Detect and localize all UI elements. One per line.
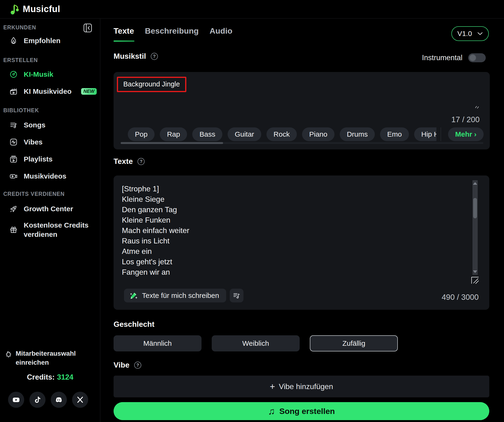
lyrics-char-counter: 490 / 3000	[442, 293, 479, 302]
lyrics-options-button[interactable]	[230, 289, 243, 302]
sidebar-item-musikvideos[interactable]: Musikvideos	[10, 172, 66, 180]
sidebar-item-vibes[interactable]: Vibes	[10, 138, 43, 146]
star-seal-icon	[4, 351, 11, 358]
musikstil-value: Background Jingle	[123, 80, 180, 88]
submit-collab-label: Mitarbeiterauswahl einreichen	[16, 349, 91, 367]
social-links	[8, 392, 88, 408]
main-content: Texte Beschreibung Audio V1.0 Musikstil …	[101, 19, 504, 422]
youtube-icon[interactable]	[8, 392, 24, 408]
genre-chip[interactable]: Drums	[340, 127, 375, 141]
song-list-icon	[10, 121, 18, 129]
tab-beschreibung[interactable]: Beschreibung	[145, 26, 199, 35]
gender-option-weiblich[interactable]: Weiblich	[212, 335, 300, 352]
sidebar-item-playlists[interactable]: Playlists	[10, 155, 53, 163]
sidebar: ERKUNDEN Empfohlen ERSTELLEN KI-Musi	[0, 19, 100, 422]
lyrics-input-panel[interactable]: [Strophe 1] Kleine Siege Den ganzen Tag …	[114, 176, 489, 310]
texte-label: Texte ?	[114, 157, 145, 166]
create-song-label: Song erstellen	[279, 407, 335, 416]
musikstil-label-text: Musikstil	[114, 52, 146, 61]
pulse-icon	[10, 138, 18, 146]
texte-label-text: Texte	[114, 157, 133, 166]
app-title: Musicful	[23, 4, 60, 14]
x-icon[interactable]	[72, 392, 88, 408]
toggle-knob	[469, 54, 476, 61]
music-notes-icon: ♫	[268, 406, 275, 416]
write-lyrics-button[interactable]: Texte für mich schreiben	[124, 289, 226, 302]
help-icon[interactable]: ?	[151, 53, 158, 60]
create-song-button[interactable]: ♫ Song erstellen	[114, 402, 489, 420]
active-tab-indicator	[114, 41, 134, 42]
rocket-icon	[10, 205, 18, 213]
genre-chip[interactable]: Guitar	[228, 127, 261, 141]
musikstil-input-panel[interactable]: Background Jingle 17 / 200 Pop Rap Bass …	[114, 72, 490, 149]
help-icon[interactable]: ?	[138, 158, 145, 165]
scroll-up-arrow-icon[interactable]	[473, 182, 477, 185]
genre-chips-scroller[interactable]: Pop Rap Bass Guitar Rock Piano Drums Emo…	[128, 127, 436, 141]
horizontal-scrollbar[interactable]	[121, 142, 483, 144]
genre-chip[interactable]: Emo	[380, 127, 409, 141]
gift-icon	[10, 226, 18, 234]
scrollbar-thumb[interactable]	[473, 198, 477, 218]
video-camera-icon	[10, 172, 18, 180]
flame-icon	[10, 37, 18, 45]
tab-texte[interactable]: Texte	[114, 26, 134, 35]
discord-icon[interactable]	[51, 392, 67, 408]
sidebar-item-label: Vibes	[24, 138, 43, 146]
sidebar-item-ki-musik[interactable]: KI-Musik	[10, 70, 53, 78]
credits-value: 3124	[57, 373, 73, 381]
instrumental-toggle[interactable]	[468, 53, 486, 62]
pencil-icon	[129, 291, 138, 300]
tab-audio[interactable]: Audio	[210, 26, 232, 35]
instrumental-control: Instrumental	[422, 53, 486, 62]
genre-chip[interactable]: Hip Hop	[414, 127, 436, 141]
scroll-down-arrow-icon[interactable]	[473, 270, 477, 273]
musicful-logo-icon	[10, 4, 19, 15]
sidebar-item-kostenlose-credits[interactable]: Kostenlose Credits verdienen	[10, 221, 95, 239]
version-value: V1.0	[457, 29, 472, 38]
vertical-scrollbar[interactable]	[473, 180, 478, 275]
help-icon[interactable]: ?	[134, 362, 141, 369]
sidebar-item-label: Kostenlose Credits verdienen	[24, 221, 95, 239]
add-vibe-button[interactable]: + Vibe hinzufügen	[114, 375, 489, 397]
more-genres-button[interactable]: Mehr ›	[448, 127, 484, 141]
sidebar-item-label: KI Musikvideo	[24, 87, 72, 95]
sidebar-item-label: Musikvideos	[24, 172, 66, 180]
playlist-icon	[10, 155, 18, 163]
section-bibliothek: BIBLIOTHEK	[3, 107, 39, 114]
genre-chip[interactable]: Piano	[302, 127, 335, 141]
sidebar-item-ki-musikvideo[interactable]: KI Musikvideo NEW	[10, 87, 97, 95]
tab-bar: Texte Beschreibung Audio	[114, 26, 232, 35]
clapperboard-icon	[10, 87, 18, 95]
vibe-label: Vibe ?	[114, 361, 141, 369]
annotation-highlight-box: Background Jingle	[117, 77, 186, 92]
sidebar-item-submit-collab[interactable]: Mitarbeiterauswahl einreichen	[4, 349, 91, 367]
genre-chip[interactable]: Rap	[160, 127, 187, 141]
lyrics-text[interactable]: [Strophe 1] Kleine Siege Den ganzen Tag …	[122, 183, 189, 277]
genre-chip[interactable]: Bass	[192, 127, 222, 141]
sidebar-collapse-button[interactable]	[84, 23, 92, 32]
instrumental-label: Instrumental	[422, 53, 462, 62]
resize-handle-icon[interactable]	[474, 105, 480, 109]
sidebar-item-empfohlen[interactable]: Empfohlen	[10, 37, 60, 45]
gender-option-zufaellig[interactable]: Zufällig	[310, 335, 398, 352]
genre-chip[interactable]: Rock	[266, 127, 297, 141]
sidebar-item-songs[interactable]: Songs	[10, 121, 46, 129]
musicful-app: Musicful ERKUNDEN Empfohlen ERSTELLEN	[0, 0, 504, 422]
tiktok-icon[interactable]	[29, 392, 46, 408]
sidebar-item-growth-center[interactable]: Growth Center	[10, 205, 73, 213]
music-list-icon	[233, 292, 240, 299]
credits-display: Credits:3124	[0, 373, 100, 381]
gender-options: Männlich Weiblich Zufällig	[114, 335, 398, 352]
genre-chip[interactable]: Pop	[128, 127, 155, 141]
section-erkunden: ERKUNDEN	[3, 24, 36, 31]
gender-option-maennlich[interactable]: Männlich	[114, 335, 202, 352]
version-dropdown[interactable]: V1.0	[451, 26, 489, 41]
geschlecht-label: Geschlecht	[114, 320, 155, 329]
vibe-label-text: Vibe	[114, 361, 129, 369]
scrollbar-thumb[interactable]	[121, 142, 223, 144]
sidebar-item-label: Playlists	[24, 155, 53, 163]
textarea-resize-corner-icon[interactable]	[471, 277, 479, 284]
disc-icon	[10, 70, 18, 78]
chevron-down-icon	[477, 32, 483, 35]
sidebar-item-label: KI-Musik	[24, 70, 53, 78]
